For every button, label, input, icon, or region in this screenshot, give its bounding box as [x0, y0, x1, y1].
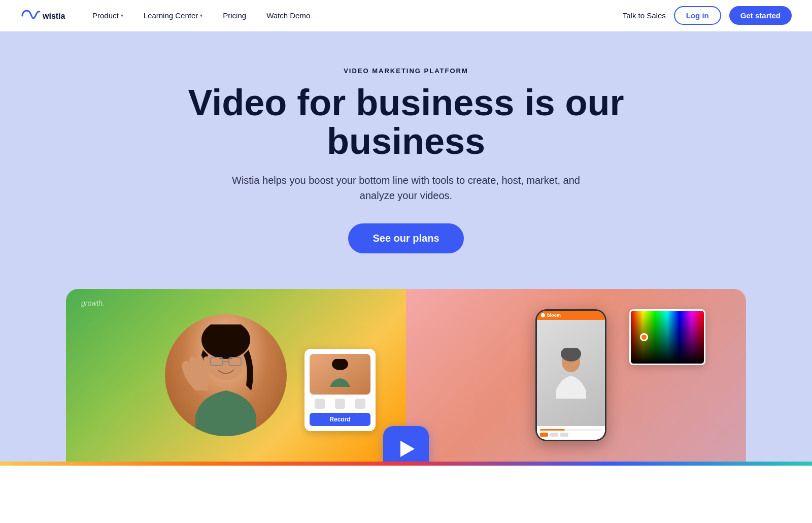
talk-to-sales[interactable]: Talk to Sales [623, 11, 666, 20]
nav-watch-demo[interactable]: Watch Demo [256, 0, 320, 31]
record-button[interactable]: Record [310, 413, 370, 426]
get-started-button[interactable]: Get started [729, 6, 792, 25]
bottom-color-bar [0, 462, 812, 466]
video-container: Record bloom [66, 289, 746, 462]
phone-brand: bloom [547, 313, 561, 318]
hero-headline: Video for business is our business [127, 84, 685, 160]
svg-text:wistia: wistia [42, 12, 65, 20]
phone-progress-bar [540, 429, 602, 431]
phone-logo-dot [541, 313, 545, 317]
nav-right: Talk to Sales Log in Get started [623, 6, 792, 25]
record-widget: Record [304, 349, 376, 431]
nav-product[interactable]: Product ▾ [82, 0, 133, 31]
video-left-panel: Record [66, 289, 406, 462]
color-picker-widget[interactable] [629, 309, 705, 365]
hero-subtext: Wistia helps you boost your bottom line … [223, 173, 589, 203]
color-picker-cursor [640, 333, 648, 341]
learning-center-chevron-icon: ▾ [200, 13, 202, 18]
video-section: Record bloom [0, 279, 812, 462]
hero-section: VIDEO MARKETING PLATFORM Video for busin… [0, 31, 812, 279]
record-icon-screen [335, 399, 345, 409]
play-icon [400, 441, 415, 457]
navbar: wistia Product ▾ Learning Center ▾ Prici… [0, 0, 812, 31]
nav-pricing[interactable]: Pricing [213, 0, 256, 31]
nav-links: Product ▾ Learning Center ▾ Pricing Watc… [82, 0, 623, 31]
login-button[interactable]: Log in [674, 6, 721, 25]
logo[interactable]: wistia [20, 9, 66, 23]
record-icon-user [315, 399, 325, 409]
see-plans-button[interactable]: See our plans [348, 223, 463, 253]
record-preview [310, 354, 370, 395]
hero-eyebrow: VIDEO MARKETING PLATFORM [344, 67, 468, 75]
record-icon-both [355, 399, 365, 409]
video-right-panel: bloom [406, 289, 746, 462]
phone-video-area [537, 320, 605, 426]
person-circle [165, 314, 287, 436]
nav-learning-center[interactable]: Learning Center ▾ [133, 0, 213, 31]
product-chevron-icon: ▾ [121, 13, 123, 18]
phone-mockup: bloom [535, 309, 606, 441]
play-button[interactable] [383, 426, 429, 462]
